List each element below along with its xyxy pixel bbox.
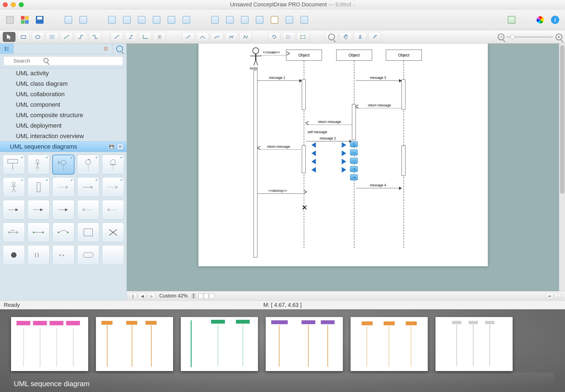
diagram-object-2[interactable]: Object [336, 50, 372, 61]
template-thumbnail[interactable] [11, 317, 88, 371]
diagram-activation[interactable] [302, 146, 306, 173]
tool-connector-2[interactable] [74, 32, 87, 42]
handle-action-button[interactable]: ⇢ [350, 166, 358, 172]
handle-left-arrow-icon[interactable] [311, 151, 316, 156]
toolbar-group-button[interactable] [106, 14, 118, 26]
shape-state[interactable] [3, 245, 25, 265]
toolbar-distribute-button[interactable] [77, 14, 89, 26]
toolbar-text-format-button[interactable] [505, 14, 518, 26]
maximize-window-button[interactable] [19, 2, 24, 7]
tool-pan-button[interactable] [340, 32, 352, 42]
toolbar-grid-button[interactable] [298, 14, 310, 26]
tool-bezier[interactable] [239, 32, 252, 42]
library-item[interactable]: UML activity [0, 68, 127, 79]
zoom-slider-thumb[interactable] [510, 35, 515, 39]
shape-lifeline-frame[interactable]: ✔ [3, 155, 25, 174]
diagram-arrow-msg3[interactable]: message 3 [356, 80, 401, 81]
tool-connector-5[interactable] [125, 32, 137, 42]
library-item[interactable]: UML class diagram [0, 79, 127, 89]
shape-found-message[interactable] [28, 222, 50, 242]
tool-polyline[interactable] [225, 32, 238, 42]
diagram-arrow-msg2[interactable]: message 2 [306, 141, 352, 141]
library-item[interactable]: UML component [0, 100, 127, 110]
tool-line-1[interactable] [182, 32, 195, 42]
tool-stamp-button[interactable] [354, 32, 367, 42]
pages-panel-toggle[interactable]: || [129, 293, 137, 299]
shape-msg-solid-open[interactable]: ✔ [77, 177, 99, 197]
diagram-arrow-return[interactable]: return message [356, 108, 402, 108]
diagram-activation[interactable] [402, 146, 405, 176]
shape-coregion[interactable]: « » [52, 245, 74, 265]
diagram-activation[interactable] [254, 70, 257, 257]
page-layout-buttons[interactable] [198, 293, 214, 299]
shape-boundary-lifeline[interactable]: ✔ [52, 155, 74, 174]
template-thumbnail[interactable] [96, 317, 173, 371]
diagram-arrow-msg1[interactable]: message 1 [257, 80, 302, 81]
diagram-object-3[interactable]: Object [386, 50, 422, 61]
library-item[interactable]: UML collaboration [0, 89, 127, 100]
scrollbar-thumb[interactable] [560, 45, 564, 194]
toolbar-libraries-button[interactable] [4, 14, 16, 26]
canvas-viewport[interactable]: Actor Object Object Object [127, 44, 565, 291]
library-item[interactable]: UML composite structure [0, 110, 127, 120]
template-thumbnail[interactable] [266, 317, 343, 371]
handle-action-button[interactable]: → [350, 158, 358, 164]
title-menu-chevron-icon[interactable]: ⌄ [353, 2, 356, 7]
shape-gate[interactable] [102, 245, 124, 265]
zoom-slider-track[interactable] [507, 36, 553, 37]
diagram-self-message-label[interactable]: self message [308, 130, 327, 134]
shape-msg-return[interactable] [77, 200, 99, 220]
next-page-button[interactable]: ▶ [148, 293, 155, 299]
shape-destroy[interactable] [102, 222, 124, 242]
toolbar-info-button[interactable]: i [549, 14, 561, 26]
toolbar-hypernote-button[interactable] [254, 14, 266, 26]
shape-frame[interactable] [77, 222, 99, 242]
template-thumbnail[interactable] [351, 317, 428, 371]
shape-continuation[interactable] [77, 245, 99, 265]
tool-connector-6[interactable] [139, 32, 152, 42]
library-close-icon[interactable]: ✕ [117, 144, 123, 150]
tool-connector-1[interactable] [60, 32, 73, 42]
toolbar-send-back-button[interactable] [150, 14, 163, 26]
shape-control-lifeline[interactable]: ✔ [77, 155, 99, 174]
handle-action-button[interactable]: → [350, 149, 358, 155]
minimize-window-button[interactable] [11, 2, 16, 7]
fit-width-button[interactable]: ⇔ [546, 293, 553, 299]
shape-actor-lifeline[interactable]: ✔ [28, 155, 50, 174]
zoom-stepper[interactable]: ▲▼ [192, 293, 195, 299]
shape-actor[interactable]: ✔ [3, 177, 25, 197]
shape-entity-lifeline[interactable]: ✔ [102, 155, 124, 174]
shape-msg-dashed-open2[interactable]: ✔ [102, 177, 124, 197]
handle-left-arrow-icon[interactable] [311, 159, 316, 164]
library-item[interactable]: UML interaction overview [0, 131, 127, 141]
shape-msg-solid2[interactable] [28, 200, 50, 220]
zoom-in-icon[interactable]: + [556, 34, 562, 40]
toolbar-themes-button[interactable] [19, 14, 31, 26]
diagram-actor-body[interactable] [255, 54, 256, 61]
drawing-page[interactable]: Actor Object Object Object [198, 44, 488, 266]
diagram-activation[interactable] [302, 79, 306, 110]
tool-zoom-button[interactable] [325, 32, 338, 42]
toolbar-ungroup-button[interactable] [121, 14, 133, 26]
toolbar-bring-forward-button[interactable] [165, 14, 177, 26]
toolbar-save-button[interactable] [34, 14, 46, 26]
tool-rotate-button[interactable] [268, 32, 281, 42]
toolbar-page-button[interactable] [268, 14, 281, 26]
tool-connector-3[interactable] [89, 32, 101, 42]
diagram-activation[interactable] [352, 104, 356, 140]
diagram-actor-leg[interactable] [255, 60, 258, 65]
library-selected-header[interactable]: UML sequence diagrams 💾 ✕ [0, 141, 127, 152]
tool-eyedropper-button[interactable] [368, 32, 381, 42]
handle-left-arrow-icon[interactable] [311, 167, 316, 173]
toolbar-align-button[interactable] [62, 14, 74, 26]
tool-ellipse[interactable] [31, 32, 44, 42]
tool-rectangle[interactable] [17, 32, 30, 42]
tool-flip-h-button[interactable] [282, 32, 295, 42]
diagram-activation[interactable] [402, 79, 405, 110]
library-save-icon[interactable]: 💾 [108, 144, 114, 150]
toolbar-connect-button[interactable] [209, 14, 221, 26]
tool-text[interactable] [46, 32, 58, 42]
diagram-actor-head[interactable] [252, 47, 259, 54]
search-input[interactable] [3, 56, 123, 66]
handle-left-arrow-icon[interactable] [311, 142, 316, 148]
